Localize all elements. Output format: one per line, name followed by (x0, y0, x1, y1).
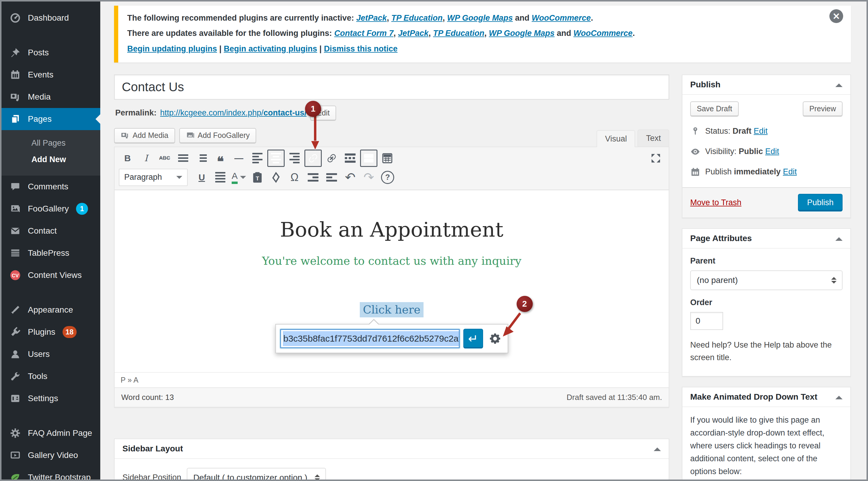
sidebar-item-label: Contact (28, 226, 57, 236)
tab-text[interactable]: Text (638, 130, 669, 147)
order-input[interactable]: 0 (690, 312, 723, 330)
permalink-link[interactable]: http://kcgeee.com/index.php/contact-us/ (160, 108, 307, 118)
special-character-button[interactable]: Ω (286, 169, 303, 186)
sidebar-item-settings[interactable]: Settings (1, 387, 100, 410)
sidebar-item-users[interactable]: Users (1, 343, 100, 365)
publish-button[interactable]: Publish (798, 194, 842, 212)
link-wp-google-maps[interactable]: WP Google Maps (489, 29, 555, 38)
sidebar-item-twitter-bootstrap[interactable]: Twitter Bootstrap (1, 466, 100, 481)
close-icon[interactable]: ✕ (829, 9, 843, 23)
help-button[interactable]: ? (381, 171, 394, 184)
comments-icon (9, 181, 21, 193)
move-to-trash-link[interactable]: Move to Trash (690, 198, 741, 207)
text-color-button[interactable]: A (230, 169, 248, 186)
collapse-toggle-icon[interactable] (835, 234, 842, 241)
apply-link-button[interactable]: ↵ (463, 329, 483, 349)
sidebar-item-comments[interactable]: Comments (1, 175, 100, 198)
link-url-input[interactable]: b3c35b8fac1f7753dd7d7612f6c62b5279c2af8f (280, 329, 460, 348)
admin-sidebar: Dashboard Posts Events Media Pages All P… (1, 1, 100, 480)
sidebar-item-posts[interactable]: Posts (1, 41, 100, 64)
paragraph-format-select[interactable]: Paragraph (119, 169, 188, 186)
blockquote-button[interactable]: ❝ (212, 150, 229, 167)
sidebar-item-label: Plugins (28, 327, 55, 337)
sidebar-item-foogallery[interactable]: FooGallery 1 (1, 198, 100, 220)
add-media-button[interactable]: Add Media (114, 128, 175, 143)
edit-schedule-link[interactable]: Edit (783, 167, 797, 176)
begin-updating-plugins-link[interactable]: Begin updating plugins (127, 44, 217, 53)
bold-button[interactable]: B (119, 150, 136, 167)
sidebar-item-dashboard[interactable]: Dashboard (1, 7, 100, 29)
collapse-toggle-icon[interactable] (654, 444, 661, 451)
align-center-button[interactable] (267, 150, 285, 167)
sidebar-item-events[interactable]: Events (1, 64, 100, 86)
link-woocommerce[interactable]: WooCommerce (574, 29, 633, 38)
sidebar-item-faq-admin[interactable]: FAQ Admin Page (1, 422, 100, 444)
indent-button[interactable] (323, 169, 340, 186)
underline-button[interactable]: U (193, 169, 210, 186)
numbered-list-button[interactable] (193, 150, 210, 167)
dismiss-this-notice-link[interactable]: Dismiss this notice (324, 44, 398, 53)
edit-status-link[interactable]: Edit (754, 127, 768, 135)
status-row: Status: Draft Edit (690, 126, 842, 136)
strikethrough-button[interactable]: ABC (156, 150, 173, 167)
italic-button[interactable]: I (137, 150, 155, 167)
add-foogallery-button[interactable]: Add FooGallery (179, 128, 256, 143)
sidebar-item-label: FooGallery (28, 204, 69, 214)
collapse-toggle-icon[interactable] (835, 80, 842, 87)
sidebar-position-select[interactable]: Default ( to customizer option ) (187, 468, 326, 481)
align-right-button[interactable] (286, 150, 303, 167)
sidebar-item-appearance[interactable]: Appearance (1, 299, 100, 321)
undo-button[interactable]: ↶ (342, 169, 359, 186)
link-jetpack[interactable]: JetPack (398, 29, 429, 38)
sidebar-item-label: Gallery Video (28, 450, 78, 460)
sidebar-item-pages[interactable]: Pages (1, 108, 100, 130)
horizontal-rule-button[interactable]: — (230, 150, 248, 167)
sidebar-item-content-views[interactable]: CV Content Views (1, 264, 100, 286)
sidebar-item-all-pages[interactable]: All Pages (1, 135, 100, 151)
tab-visual[interactable]: Visual (596, 130, 635, 147)
outdent-button[interactable] (304, 169, 322, 186)
sidebar-item-add-new[interactable]: Add New (1, 151, 100, 168)
sidebar-item-tablepress[interactable]: TablePress (1, 242, 100, 264)
redo-button[interactable]: ↷ (360, 169, 377, 186)
sidebar-item-contact[interactable]: Contact (1, 220, 100, 242)
unlink-button[interactable] (323, 150, 340, 167)
fullscreen-button[interactable] (647, 150, 664, 167)
link-contact-form-7[interactable]: Contact Form 7 (334, 29, 394, 38)
sidebar-item-label: Twitter Bootstrap (28, 473, 91, 481)
editor-canvas[interactable]: Book an Appointment You're welcome to co… (115, 190, 669, 372)
sidebar-item-media[interactable]: Media (1, 86, 100, 108)
notice-line-updates: There are updates available for the foll… (127, 26, 824, 41)
collapse-toggle-icon[interactable] (835, 392, 842, 399)
link-tp-education[interactable]: TP Education (391, 13, 443, 23)
link-tp-education[interactable]: TP Education (433, 29, 485, 38)
page-title-input[interactable]: Contact Us (114, 74, 669, 100)
toolbar-toggle-button[interactable] (360, 150, 377, 167)
save-draft-button[interactable]: Save Draft (690, 101, 739, 116)
clear-formatting-button[interactable] (267, 169, 285, 186)
edit-visibility-link[interactable]: Edit (765, 147, 779, 156)
justify-button[interactable] (212, 169, 229, 186)
read-more-tag-button[interactable] (342, 150, 359, 167)
editor-mode-tabs: Visual Text (596, 130, 669, 147)
content-subtitle: You're welcome to contact us with any in… (115, 255, 669, 267)
link-wp-google-maps[interactable]: WP Google Maps (447, 13, 513, 23)
insert-table-button[interactable] (379, 150, 396, 167)
preview-button[interactable]: Preview (803, 101, 842, 116)
link-jetpack[interactable]: JetPack (356, 13, 387, 23)
sidebar-item-tools[interactable]: Tools (1, 365, 100, 387)
link-woocommerce[interactable]: WooCommerce (532, 13, 591, 23)
align-left-button[interactable] (249, 150, 266, 167)
visibility-value: Public (739, 147, 763, 156)
gallery-icon (9, 203, 21, 215)
click-here-link[interactable]: Click here (360, 302, 423, 317)
insert-link-button[interactable]: 1 (304, 150, 322, 167)
sidebar-item-gallery-video[interactable]: Gallery Video (1, 444, 100, 466)
paste-as-text-button[interactable]: T (249, 169, 266, 186)
envelope-icon (9, 225, 21, 237)
begin-activating-plugins-link[interactable]: Begin activating plugins (224, 44, 317, 53)
parent-select[interactable]: (no parent) (690, 270, 842, 290)
annotation-arrow-2 (499, 311, 526, 341)
sidebar-item-plugins[interactable]: Plugins 18 (1, 321, 100, 343)
bullet-list-button[interactable] (175, 150, 192, 167)
